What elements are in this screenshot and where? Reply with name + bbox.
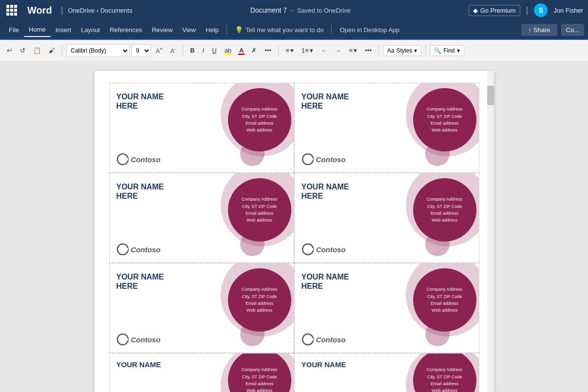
menu-help[interactable]: Help xyxy=(201,23,224,37)
card-right-1: Company Address City, ST ZIP Code Email … xyxy=(211,83,294,172)
contoso-logo-2: Contoso xyxy=(302,153,389,166)
card-circle-2: Company Address City, ST ZIP Code Email … xyxy=(413,88,476,151)
menu-right: ↑ Share Co... xyxy=(521,24,584,36)
card-left-5: YOUR NAMEHERE Contoso xyxy=(110,263,211,353)
contoso-logo-5: Contoso xyxy=(116,333,204,346)
clipboard-button[interactable]: 📋 xyxy=(30,45,44,56)
toolbar: ↩ ↺ 📋 🖌 Calibri (Body) 9 A+ A- B I U ab … xyxy=(0,40,588,61)
business-cards-grid: YOUR NAMEHERE Contoso Company Ad xyxy=(109,83,479,392)
card-right-6: Company Address City, ST ZIP Code Email … xyxy=(396,263,479,353)
card-right-3: Company Address City, ST ZIP Code Email … xyxy=(211,173,294,262)
card-left-8: YOUR NAME xyxy=(295,354,396,392)
font-color-button[interactable]: A xyxy=(236,45,247,56)
card-address-5: Company Address City, ST ZIP Code Email … xyxy=(242,286,278,314)
highlight-button[interactable]: ab xyxy=(222,45,234,56)
contoso-text-3: Contoso xyxy=(131,245,161,254)
breadcrumb[interactable]: OneDrive › Documents xyxy=(68,7,132,14)
go-premium-button[interactable]: ◆ Go Premium xyxy=(469,5,520,16)
contoso-c-icon-3 xyxy=(116,243,129,256)
card-circle-7: Company Address City, ST ZIP Code Email … xyxy=(228,354,291,392)
card-circle-8: Company Address City, ST ZIP Code Email … xyxy=(413,354,476,392)
card-left-1: YOUR NAMEHERE Contoso xyxy=(110,83,211,172)
business-card-5: YOUR NAMEHERE Contoso Company Ad xyxy=(109,263,294,353)
tell-me-button[interactable]: 💡 Tell me what you want to do xyxy=(230,24,328,36)
menu-home[interactable]: Home xyxy=(24,23,51,37)
font-name-select[interactable]: Calibri (Body) xyxy=(66,44,130,57)
tb-sep1 xyxy=(62,45,62,56)
italic-button[interactable]: I xyxy=(200,45,208,56)
menu-view[interactable]: View xyxy=(177,23,201,37)
app-name: Word xyxy=(23,5,56,16)
title-separator: | xyxy=(61,5,63,16)
decrease-font-button[interactable]: A- xyxy=(168,44,179,56)
user-name[interactable]: Jon Fisher xyxy=(553,7,583,14)
document-area: YOUR NAMEHERE Contoso Company Ad xyxy=(0,61,588,392)
undo-button[interactable]: ↩ xyxy=(4,45,15,56)
clipboard-icon: 📋 xyxy=(33,47,41,54)
menu-references[interactable]: References xyxy=(105,23,147,37)
menu-file[interactable]: File xyxy=(4,23,24,37)
increase-font-button[interactable]: A+ xyxy=(153,44,166,56)
card-left-6: YOUR NAMEHERE Contoso xyxy=(295,263,396,353)
more-format-button[interactable]: ••• xyxy=(262,45,274,56)
waffle-icon xyxy=(6,5,17,16)
menu-separator xyxy=(227,25,227,35)
title-dash: - xyxy=(291,6,293,14)
bold-button[interactable]: B xyxy=(187,45,197,56)
scrollbar-track[interactable] xyxy=(487,71,494,392)
format-painter-button[interactable]: 🖌 xyxy=(46,45,58,56)
svg-point-1 xyxy=(125,158,128,161)
menu-review[interactable]: Review xyxy=(147,23,178,37)
menu-insert[interactable]: Insert xyxy=(51,23,76,37)
search-icon: 🔍 xyxy=(434,47,441,54)
card-name-7: YOUR NAME xyxy=(116,360,204,369)
skype-button[interactable]: S xyxy=(534,3,548,17)
font-size-select[interactable]: 9 xyxy=(132,44,151,57)
contoso-logo-1: Contoso xyxy=(116,153,204,166)
contoso-text-6: Contoso xyxy=(316,336,346,344)
comments-label: Co... xyxy=(566,26,579,34)
svg-point-3 xyxy=(310,158,313,161)
card-circle-1: Company Address City, ST ZIP Code Email … xyxy=(228,88,291,151)
contoso-text-1: Contoso xyxy=(131,155,161,164)
contoso-c-icon-2 xyxy=(302,153,314,166)
highlight-icon: ab xyxy=(225,47,231,54)
outdent-button[interactable]: ← xyxy=(318,45,330,56)
svg-point-11 xyxy=(310,338,313,341)
more-format-icon: ••• xyxy=(265,47,271,54)
clear-format-button[interactable]: ✗ xyxy=(248,45,260,56)
share-button[interactable]: ↑ Share xyxy=(521,24,557,36)
card-address-4: Company Address City, ST ZIP Code Email … xyxy=(427,196,463,224)
contoso-c-icon xyxy=(116,153,129,166)
scrollbar-thumb[interactable] xyxy=(487,86,494,105)
menu-layout[interactable]: Layout xyxy=(76,23,105,37)
card-name-4: YOUR NAMEHERE xyxy=(302,182,389,201)
styles-button[interactable]: Aa Styles▾ xyxy=(383,45,421,56)
indent-icon: → xyxy=(335,47,341,54)
card-circle-4: Company Address City, ST ZIP Code Email … xyxy=(413,178,476,242)
business-card-2: YOUR NAMEHERE Contoso Company Ad xyxy=(294,83,479,173)
italic-icon: I xyxy=(203,47,205,54)
business-card-7: YOUR NAME Company Address City, ST ZIP C… xyxy=(109,353,294,392)
numbering-button[interactable]: 1≡▾ xyxy=(299,45,316,56)
title-right: ◆ Go Premium | S Jon Fisher xyxy=(469,3,583,17)
redo-button[interactable]: ↺ xyxy=(17,45,28,56)
find-button[interactable]: 🔍 Find▾ xyxy=(430,45,464,56)
card-name-1: YOUR NAMEHERE xyxy=(116,92,204,111)
card-name-6: YOUR NAMEHERE xyxy=(302,272,389,291)
card-address-2: Company Address City, ST ZIP Code Email … xyxy=(427,106,463,134)
highlight-color-indicator xyxy=(224,54,232,55)
increase-font-icon: A+ xyxy=(156,46,163,55)
underline-button[interactable]: U xyxy=(209,45,219,56)
bullets-button[interactable]: ≡▾ xyxy=(283,45,297,56)
waffle-menu-button[interactable] xyxy=(5,3,19,17)
open-desktop-button[interactable]: Open in Desktop App xyxy=(335,24,404,36)
font-color-indicator xyxy=(238,54,245,55)
align-button[interactable]: ≡▾ xyxy=(346,45,360,56)
comments-button[interactable]: Co... xyxy=(561,24,584,36)
indent-button[interactable]: → xyxy=(332,45,344,56)
undo-icon: ↩ xyxy=(7,47,12,54)
svg-point-9 xyxy=(125,338,128,341)
styles-icon: Aa xyxy=(387,47,395,54)
more-para-button[interactable]: ••• xyxy=(362,45,375,56)
